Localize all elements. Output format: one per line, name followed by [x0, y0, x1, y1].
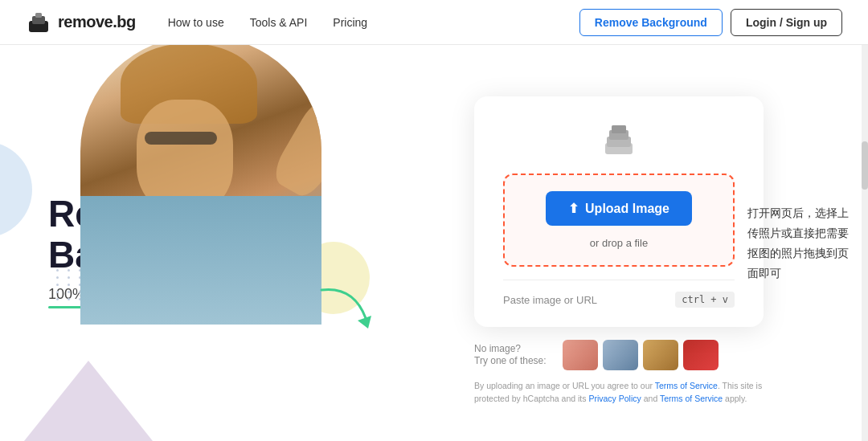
decorative-triangle — [24, 361, 153, 441]
logo-icon — [26, 10, 51, 35]
paste-label: Paste image or URL — [503, 294, 597, 306]
remove-background-button[interactable]: Remove Background — [579, 9, 723, 36]
chinese-annotation: 打开网页后，选择上传照片或直接把需要抠图的照片拖拽到页面即可 — [747, 202, 852, 284]
drop-text: or drop a file — [524, 237, 714, 249]
sample-image-3[interactable] — [643, 340, 678, 370]
navbar: remove.bg How to use Tools & API Pricing… — [0, 0, 868, 45]
sample-image-1[interactable] — [563, 340, 598, 370]
nav-link-tools-api[interactable]: Tools & API — [250, 16, 308, 29]
upload-icon-area — [503, 122, 735, 161]
privacy-link[interactable]: Privacy Policy — [588, 394, 641, 403]
left-section: Remove Image Background 100% Automatical… — [48, 194, 418, 308]
tos-text: By uploading an image or URL you agree t… — [474, 380, 764, 406]
layers-icon — [599, 122, 639, 157]
hero-person-image — [48, 45, 338, 333]
logo-text: remove.bg — [58, 13, 136, 31]
sample-label: No image? Try one of these: — [474, 343, 555, 368]
nav-link-pricing[interactable]: Pricing — [333, 16, 367, 29]
sample-images — [563, 340, 719, 370]
upload-card: ⬆ Upload Image or drop a file Paste imag… — [474, 96, 764, 327]
paste-row: Paste image or URL ctrl + v — [503, 280, 735, 308]
scrollbar-track — [862, 45, 868, 441]
sample-image-4[interactable] — [683, 340, 719, 370]
nav-link-how-to-use[interactable]: How to use — [168, 16, 224, 29]
svg-rect-2 — [35, 13, 42, 18]
svg-rect-7 — [612, 125, 626, 133]
tos-link-2[interactable]: Terms of Service — [660, 394, 723, 403]
logo[interactable]: remove.bg — [26, 10, 136, 35]
upload-dropzone[interactable]: ⬆ Upload Image or drop a file — [503, 174, 735, 267]
sample-image-2[interactable] — [603, 340, 638, 370]
login-signup-button[interactable]: Login / Sign up — [731, 9, 842, 36]
arrow-decoration — [313, 282, 378, 333]
upload-image-button[interactable]: ⬆ Upload Image — [546, 191, 692, 226]
decorative-circle-left — [0, 141, 32, 238]
scrollbar-thumb[interactable] — [862, 141, 868, 190]
tos-link[interactable]: Terms of Service — [655, 381, 718, 390]
paste-shortcut: ctrl + v — [675, 292, 735, 308]
upload-arrow-icon: ⬆ — [568, 201, 579, 216]
main-content: Remove Image Background 100% Automatical… — [0, 45, 868, 441]
sample-row: No image? Try one of these: — [474, 340, 764, 370]
nav-links: How to use Tools & API Pricing — [168, 16, 367, 29]
